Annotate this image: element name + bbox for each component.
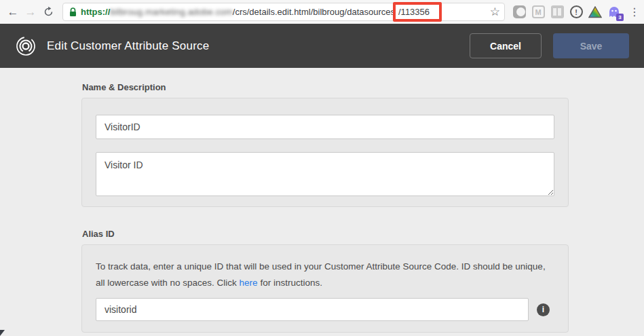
address-bar[interactable]: https:// bilbroug.marketing.adobe.com /c… [62,3,505,21]
url-highlighted-id: /113356 [393,2,442,22]
section-title-name-description: Name & Description [82,82,644,92]
page-title: Edit Customer Attribute Source [47,39,209,53]
reload-icon-glyph [43,6,54,18]
extension-prism-icon[interactable] [588,5,602,19]
alias-id-field[interactable] [96,298,529,321]
description-field[interactable]: Visitor ID [96,152,554,196]
extension-alert-icon[interactable]: ! [569,5,583,19]
save-button[interactable]: Save [553,33,629,58]
url-domain-redacted: bilbroug.marketing.adobe.com [110,7,232,17]
name-field[interactable] [96,115,554,139]
ghostery-badge: 3 [616,14,624,21]
prism-triangle-glyph [588,6,602,18]
extension-icons: M ! [512,5,640,19]
extension-m-icon[interactable]: M [531,5,545,19]
name-description-panel: Visitor ID [81,98,569,207]
columns-glyph [551,5,564,18]
extension-circle-icon[interactable] [512,5,526,19]
circle-glyph [513,5,526,18]
cancel-button[interactable]: Cancel [470,33,542,58]
ghostery-icon[interactable]: 3 [607,5,621,19]
url-scheme: https:// [81,7,110,17]
extension-columns-icon[interactable] [550,5,564,19]
browser-menu-icon[interactable]: ⋮ [629,7,640,18]
alias-id-panel: To track data, enter a unique ID that wi… [81,244,569,333]
instructions-text-after: for instructions. [258,278,322,288]
secure-lock-icon [69,7,77,17]
back-icon[interactable]: ← [4,3,22,21]
alias-input-row: i [96,298,554,321]
m-glyph: M [532,5,545,18]
browser-toolbar: ← → https:// bilbroug.marketing.adobe.co… [0,0,644,24]
alert-glyph: ! [570,5,583,18]
mouse-cursor [0,330,5,336]
url-path: /crs/details.edit.html/bilbroug/datasour… [233,7,395,17]
forward-icon[interactable]: → [22,3,39,21]
alias-instructions: To track data, enter a unique ID that wi… [96,259,554,291]
section-title-alias-id: Alias ID [82,229,644,239]
bookmark-star-icon[interactable]: ☆ [490,6,500,18]
app-header: Edit Customer Attribute Source Cancel Sa… [0,24,644,68]
reload-icon[interactable] [39,3,57,21]
adobe-cloud-logo-icon [15,35,37,57]
edit-form: Name & Description Visitor ID Alias ID T… [0,68,644,333]
info-icon[interactable]: i [537,303,550,316]
instructions-here-link[interactable]: here [240,278,258,288]
